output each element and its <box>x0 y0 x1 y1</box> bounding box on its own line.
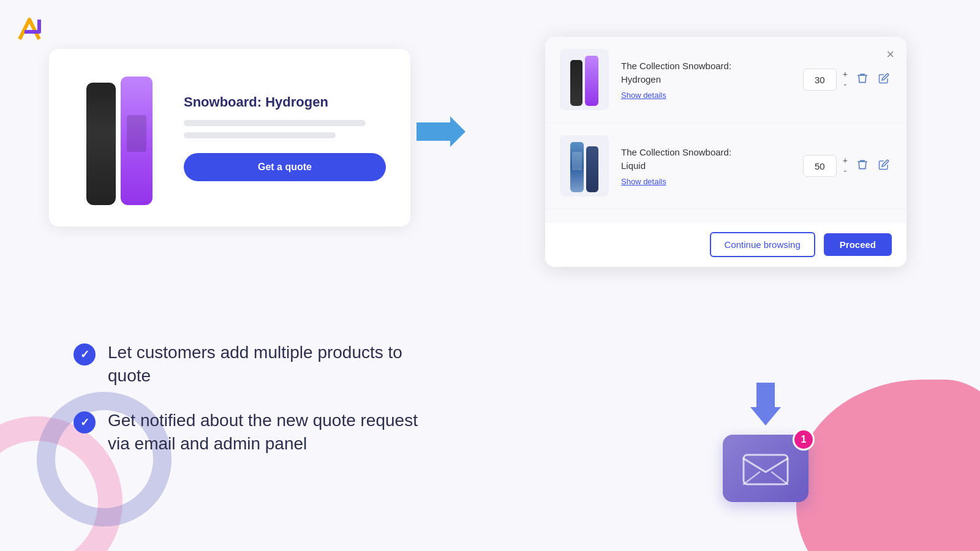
edit-liquid-button[interactable] <box>876 157 892 176</box>
feature-text-1: Let customers add multiple products to q… <box>108 341 426 388</box>
qty-decrease-hydrogen[interactable]: - <box>842 80 849 90</box>
svg-line-4 <box>744 472 760 484</box>
mini-board-purple <box>585 56 598 106</box>
mini-board-liquid <box>570 140 598 192</box>
product-line-2 <box>184 132 336 138</box>
qty-increase-liquid[interactable]: + <box>842 156 849 166</box>
feature-item-1: ✓ Let customers add multiple products to… <box>74 341 426 388</box>
quote-item-liquid: The Collection Snowboard: Liquid Show de… <box>545 123 907 209</box>
product-line-1 <box>184 120 366 126</box>
delete-hydrogen-button[interactable] <box>854 70 871 90</box>
quote-item-hydrogen: The Collection Snowboard: Hydrogen Show … <box>545 37 907 123</box>
item-controls-hydrogen: + - <box>803 69 892 91</box>
quote-panel: × The Collection Snowboard: Hydrogen Sho… <box>545 37 907 267</box>
product-title: Snowboard: Hydrogen <box>184 94 386 110</box>
qty-increase-hydrogen[interactable]: + <box>842 69 849 80</box>
check-circle-2: ✓ <box>74 411 96 433</box>
svg-line-5 <box>772 472 788 484</box>
mini-board-hydrogen <box>570 54 598 106</box>
snowboard-image <box>86 70 153 205</box>
delete-liquid-button[interactable] <box>854 156 871 176</box>
email-notification: 1 <box>723 435 809 502</box>
edit-hydrogen-button[interactable] <box>876 70 892 89</box>
notification-area: 1 <box>723 380 809 502</box>
svg-marker-2 <box>750 383 781 425</box>
feature-item-2: ✓ Get notified about the new quote reque… <box>74 409 426 455</box>
item-controls-liquid: + - <box>803 155 892 177</box>
down-arrow-icon <box>750 380 781 429</box>
arrow-container <box>417 113 466 150</box>
product-lines <box>184 120 386 138</box>
notification-badge: 1 <box>793 429 815 451</box>
quote-actions: Continue browsing Proceed <box>545 222 907 267</box>
deco-blob-pink <box>796 380 980 551</box>
item-name-hydrogen: The Collection Snowboard: Hydrogen <box>621 59 791 87</box>
quantity-hydrogen[interactable] <box>803 69 837 91</box>
quote-footer-spacer <box>545 209 907 222</box>
product-info: Snowboard: Hydrogen Get a quote <box>165 94 386 181</box>
item-name-liquid: The Collection Snowboard: Liquid <box>621 146 791 173</box>
qty-decrease-liquid[interactable]: - <box>842 166 849 176</box>
product-image <box>74 70 165 205</box>
check-circle-1: ✓ <box>74 343 96 365</box>
snowboard-purple <box>121 77 153 205</box>
item-image-hydrogen <box>560 49 609 110</box>
item-info-liquid: The Collection Snowboard: Liquid Show de… <box>609 146 803 187</box>
features-section: ✓ Let customers add multiple products to… <box>74 341 426 478</box>
mini-board-dark <box>586 146 598 192</box>
product-card: Snowboard: Hydrogen Get a quote <box>49 49 410 227</box>
item-image-liquid <box>560 135 609 197</box>
continue-browsing-button[interactable]: Continue browsing <box>710 232 815 257</box>
proceed-button[interactable]: Proceed <box>824 233 892 256</box>
qty-arrows-liquid: + - <box>842 156 849 176</box>
svg-marker-1 <box>417 116 466 147</box>
check-mark-1: ✓ <box>80 348 89 361</box>
quantity-liquid[interactable] <box>803 155 837 177</box>
check-mark-2: ✓ <box>80 416 89 429</box>
mini-board-black <box>570 60 582 106</box>
close-button[interactable]: × <box>886 47 894 62</box>
logo <box>12 12 49 49</box>
snowboard-black <box>86 83 116 205</box>
get-quote-button[interactable]: Get a quote <box>184 153 386 181</box>
item-info-hydrogen: The Collection Snowboard: Hydrogen Show … <box>609 59 803 100</box>
show-details-liquid[interactable]: Show details <box>621 177 666 186</box>
envelope-icon <box>741 450 790 487</box>
mini-board-teal <box>570 142 584 192</box>
feature-text-2: Get notified about the new quote request… <box>108 409 426 455</box>
qty-arrows-hydrogen: + - <box>842 69 849 90</box>
show-details-hydrogen[interactable]: Show details <box>621 91 666 100</box>
arrow-right-icon <box>417 113 466 150</box>
